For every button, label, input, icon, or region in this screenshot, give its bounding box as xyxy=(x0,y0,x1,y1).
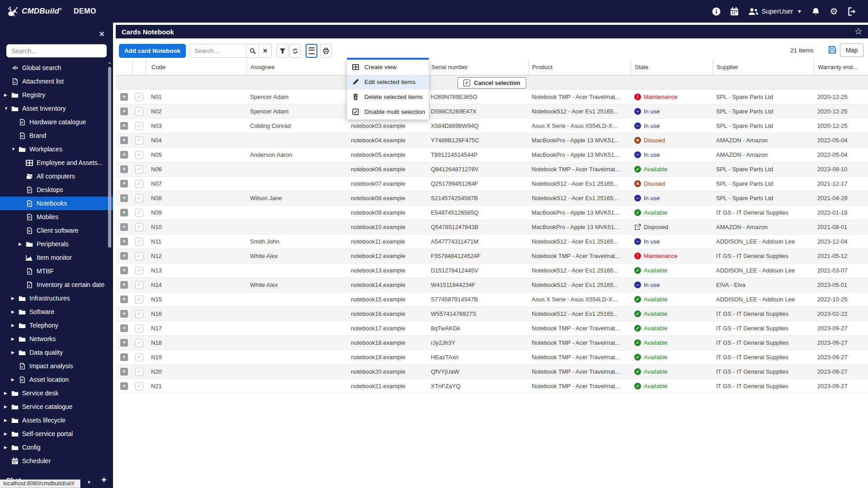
settings-gear-icon[interactable]: ⚙ xyxy=(830,7,838,16)
table-row[interactable]: +✓N04notebook04.exampleY7489B126F475CMac… xyxy=(116,133,868,148)
info-icon[interactable] xyxy=(712,7,721,16)
table-row[interactable]: +✓N07notebook07.exampleQ251789451264FNot… xyxy=(116,177,868,191)
expand-row-button[interactable]: + xyxy=(120,252,128,260)
chat-collapse-icon[interactable]: ▲ xyxy=(87,479,91,484)
expand-row-button[interactable]: + xyxy=(120,93,128,101)
row-checkbox[interactable]: ✓ xyxy=(135,223,143,231)
chevron-right-icon[interactable]: ▶ xyxy=(4,445,11,450)
sidebar-item-hardware-catalogue[interactable]: Hardware catalogue xyxy=(0,115,113,129)
column-header-supplier[interactable]: Supplier xyxy=(712,59,814,75)
table-row[interactable]: +✓N09notebook09.exampleE548745126585QMac… xyxy=(116,206,868,220)
row-checkbox[interactable]: ✓ xyxy=(135,281,143,289)
table-row[interactable]: +✓N11Smith Johnnotebook11.exampleA547774… xyxy=(116,235,868,249)
table-row[interactable]: +✓N06notebook06.exampleQ841264871278VNot… xyxy=(116,162,868,177)
sidebar-item-asset-inventory[interactable]: ▼Asset Inventory xyxy=(0,102,113,115)
chevron-down-icon[interactable]: ▼ xyxy=(4,106,11,111)
sidebar-item-brand[interactable]: Brand xyxy=(0,129,113,142)
chevron-right-icon[interactable]: ▶ xyxy=(4,404,11,409)
row-checkbox[interactable]: ✓ xyxy=(135,252,143,260)
row-checkbox[interactable]: ✓ xyxy=(135,310,143,318)
sidebar-item-mobiles[interactable]: Mobiles xyxy=(0,210,113,224)
expand-row-button[interactable]: + xyxy=(120,324,128,332)
sidebar-scrollbar[interactable]: ▲ ▼ xyxy=(107,61,112,488)
sidebar-item-service-desk[interactable]: ▶Service desk xyxy=(0,386,113,400)
sidebar-item-desktops[interactable]: Desktops xyxy=(0,183,113,197)
menu-item-disable-multi-selection[interactable]: Disable multi selection xyxy=(347,104,429,119)
table-row[interactable]: +✓N01Spencer AdamH269N789E365ONotebook T… xyxy=(116,90,868,104)
expand-row-button[interactable]: + xyxy=(120,209,128,216)
expand-row-button[interactable]: + xyxy=(120,267,128,274)
chevron-right-icon[interactable]: ▶ xyxy=(4,391,11,395)
sidebar-item-peripherals[interactable]: ▶Peripherals xyxy=(0,237,113,251)
sidebar-item-infrastructures[interactable]: ▶Infrastructures xyxy=(0,291,113,305)
sidebar-item-item-monitor[interactable]: Item monitor xyxy=(0,251,113,264)
row-checkbox[interactable]: ✓ xyxy=(135,368,143,376)
sidebar-item-workplaces[interactable]: ▼Workplaces xyxy=(0,142,113,156)
row-checkbox[interactable]: ✓ xyxy=(135,165,143,174)
sidebar-item-telephony[interactable]: ▶Telephony xyxy=(0,319,113,332)
cancel-selection-button[interactable]: ✓ Cancel selection xyxy=(458,77,526,89)
table-row[interactable]: +✓N08Wilson Janenotebook08.exampleS21457… xyxy=(116,191,868,206)
chevron-right-icon[interactable]: ▶ xyxy=(11,323,18,328)
sidebar-item-notebooks[interactable]: Notebooks xyxy=(0,197,113,210)
table-row[interactable]: +✓N03Colding Conradnotebook03.exampleX58… xyxy=(116,119,868,133)
expand-row-button[interactable]: + xyxy=(120,382,128,390)
row-checkbox[interactable]: ✓ xyxy=(135,324,143,333)
sidebar-item-service-catalogue[interactable]: ▶Service catalogue xyxy=(0,400,113,413)
logout-icon[interactable] xyxy=(848,7,856,16)
row-checkbox[interactable]: ✓ xyxy=(135,151,143,159)
column-header-warranty-end[interactable]: Warranty end... xyxy=(814,59,868,75)
row-checkbox[interactable]: ✓ xyxy=(135,136,143,145)
expand-row-button[interactable]: + xyxy=(120,151,128,159)
table-row[interactable]: +✓N16notebook16.exampleW55741476927SNote… xyxy=(116,307,868,321)
menu-item-create-view[interactable]: Create view xyxy=(347,60,429,75)
expand-row-button[interactable]: + xyxy=(120,136,128,144)
chevron-right-icon[interactable]: ▶ xyxy=(4,432,11,436)
expand-row-button[interactable]: + xyxy=(120,339,128,347)
user-menu[interactable]: SuperUser ▼ xyxy=(748,7,802,16)
row-checkbox[interactable]: ✓ xyxy=(135,194,143,202)
table-row[interactable]: +✓N15notebook15.exampleS774587914547BAsu… xyxy=(116,292,868,307)
sidebar-item-registry[interactable]: ▶Registry xyxy=(0,88,113,102)
table-row[interactable]: +✓N13notebook13.exampleD151278412445VNot… xyxy=(116,263,868,278)
sidebar-item-impact-analysis[interactable]: Impact analysis xyxy=(0,359,113,373)
scroll-up-icon[interactable]: ▲ xyxy=(107,61,112,65)
expand-row-button[interactable]: + xyxy=(120,108,128,115)
table-row[interactable]: +✓N05Anderson Aaronnotebook05.exampleT89… xyxy=(116,148,868,162)
row-checkbox[interactable]: ✓ xyxy=(135,267,143,275)
row-checkbox[interactable]: ✓ xyxy=(135,339,143,347)
row-checkbox[interactable]: ✓ xyxy=(135,108,143,116)
expand-row-button[interactable]: + xyxy=(120,194,128,202)
search-icon[interactable] xyxy=(246,44,259,57)
sidebar-search-input[interactable] xyxy=(6,44,107,57)
sidebar-item-global-search[interactable]: </>Global search xyxy=(0,61,113,75)
table-row[interactable]: +✓N02Spencer AdamD598C5269E47XNotebook51… xyxy=(116,104,868,119)
sidebar-item-self-service-portal[interactable]: ▶Self-service portal xyxy=(0,427,113,441)
menu-item-delete-selected-items[interactable]: Delete selected items xyxy=(347,89,429,104)
table-row[interactable]: +✓N18notebook18.examplerJy2Jh3YNotebook … xyxy=(116,336,868,350)
chat-add-icon[interactable]: + xyxy=(101,474,107,485)
map-button[interactable]: Map xyxy=(840,43,863,57)
sidebar-item-employee-and-assets[interactable]: Employee and Assets... xyxy=(0,156,113,169)
sidebar-item-mtbf[interactable]: MTBF xyxy=(0,264,113,278)
expand-row-button[interactable]: + xyxy=(120,180,128,188)
column-header-serial-number[interactable]: Serial number xyxy=(427,59,528,75)
sidebar-item-asset-location[interactable]: ▶Asset location xyxy=(0,373,113,386)
table-row[interactable]: +✓N19notebook19.exampleHEazTAxnNotebook … xyxy=(116,350,868,365)
row-checkbox[interactable]: ✓ xyxy=(135,209,143,217)
chevron-right-icon[interactable]: ▶ xyxy=(19,242,25,246)
print-button[interactable] xyxy=(320,44,332,58)
table-row[interactable]: +✓N14White Alexnotebook14.exampleW415119… xyxy=(116,278,868,292)
row-checkbox[interactable]: ✓ xyxy=(135,353,143,361)
expand-row-button[interactable]: + xyxy=(120,238,128,245)
table-search-input[interactable] xyxy=(190,44,246,57)
sidebar-item-client-software[interactable]: Client software xyxy=(0,224,113,237)
refresh-button[interactable] xyxy=(289,44,301,58)
save-view-icon[interactable] xyxy=(828,46,836,54)
chevron-right-icon[interactable]: ▶ xyxy=(11,310,18,314)
column-header-assignee[interactable]: Assignee xyxy=(246,59,347,75)
grid-menu-button[interactable] xyxy=(306,44,317,58)
column-header-code[interactable]: Code xyxy=(146,59,246,75)
table-row[interactable]: +✓N17notebook17.example8qTwAKGkNotebook … xyxy=(116,321,868,336)
row-checkbox[interactable]: ✓ xyxy=(135,296,143,304)
